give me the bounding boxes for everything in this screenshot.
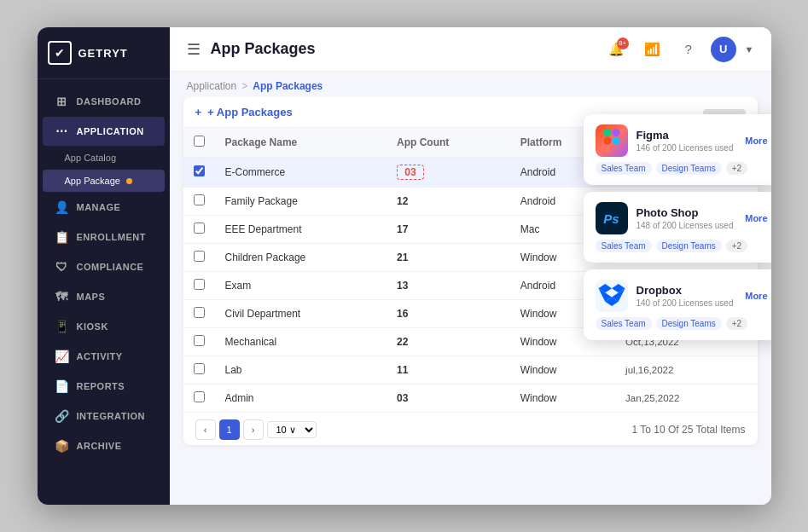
page-title: App Packages [211,40,593,58]
row-app-count: 21 [387,244,510,272]
row-package-name: Civil Department [215,300,387,328]
pagination-page-1[interactable]: 1 [219,419,240,440]
sidebar-item-reports[interactable]: 📄 REPORTS [43,372,165,401]
row-checkbox[interactable] [194,251,205,262]
add-packages-button[interactable]: + + App Packages [195,106,293,119]
sidebar-item-compliance[interactable]: 🛡 COMPLIANCE [43,252,165,281]
sidebar-item-label: ACTIVITY [77,351,123,361]
notification-badge: 8+ [617,38,629,49]
photoshop-more-link[interactable]: More [745,213,767,223]
tag-more: +2 [726,317,747,330]
row-package-name: Children Package [215,244,387,272]
sidebar-item-dashboard[interactable]: ⊞ DASHBOARD [43,87,165,116]
sidebar-item-enrollment[interactable]: 📋 ENROLLMENT [43,223,165,252]
svg-rect-2 [603,137,611,145]
row-app-count: 12 [387,188,510,216]
sidebar-item-application[interactable]: ⋯ APPLICATION [43,117,165,146]
photoshop-name: Photo Shop [637,206,737,219]
row-checkbox[interactable] [194,279,205,290]
user-avatar[interactable]: U [711,37,736,62]
row-package-name: Lab [215,356,387,385]
row-package-name: Admin [215,385,387,413]
breadcrumb-parent[interactable]: Application [187,80,237,92]
pagination-prev-button[interactable]: ‹ [195,419,216,440]
pagination-summary: 1 To 10 Of 25 Total Items [632,424,746,436]
sidebar-item-maps[interactable]: 🗺 MAPS [43,282,165,311]
tag-more: +2 [726,240,747,252]
logo-text: GETRYT [78,47,128,60]
header: ☰ App Packages 🔔 8+ 📶 ? U ▼ [170,27,771,72]
kiosk-icon: 📱 [55,320,70,333]
row-date: Jan,25,2022 [615,385,757,413]
sidebar-item-app-catalog[interactable]: App Catalog [38,147,170,169]
breadcrumb-current: App Packages [253,80,323,92]
tag-sales: Sales Team [596,162,652,175]
row-app-count: 16 [387,300,510,328]
per-page-select[interactable]: 10 ∨ 25 50 [267,421,317,438]
sidebar-item-label: COMPLIANCE [77,262,144,272]
main-content: ☰ App Packages 🔔 8+ 📶 ? U ▼ Application [170,27,771,505]
row-app-count: 11 [387,356,510,385]
photoshop-app-icon: Ps [596,202,628,234]
sidebar-item-label: REPORTS [77,381,125,391]
dropbox-license: 140 of 200 Licenses used [637,298,737,308]
signal-icon[interactable]: 📶 [639,36,666,63]
svg-point-4 [612,137,619,145]
sidebar-item-label: MAPS [77,292,106,302]
row-checkbox[interactable] [194,391,205,402]
tag-more: +2 [726,162,747,175]
sidebar-item-archive[interactable]: 📦 ARCHIVE [43,431,165,460]
archive-icon: 📦 [55,439,70,453]
row-package-name: E-Commerce [215,158,387,188]
photoshop-license: 148 of 200 Licenses used [637,221,737,230]
sidebar-item-integration[interactable]: 🔗 INTEGRATION [43,402,165,431]
chevron-down-icon[interactable]: ▼ [745,44,754,55]
row-checkbox[interactable] [194,335,205,346]
content-area: + + App Packages Package Name [170,97,771,505]
select-all-checkbox[interactable] [194,136,205,147]
photoshop-tags: Sales Team Design Teams +2 [596,240,768,252]
breadcrumb: Application > App Packages [170,72,771,97]
row-app-count: 03 [387,385,510,413]
svg-rect-0 [603,129,611,136]
sidebar-item-activity[interactable]: 📈 ACTIVITY [43,342,165,371]
row-app-count: 03 [387,158,510,188]
figma-app-icon [596,124,628,157]
tag-design: Design Teams [656,240,722,252]
sidebar-item-app-package[interactable]: App Package [43,170,165,192]
nav-dot-indicator [126,178,132,184]
dropbox-app-icon [596,280,628,312]
row-checkbox[interactable] [194,307,205,318]
sidebar-item-label: MANAGE [77,202,121,212]
dropbox-name: Dropbox [637,284,737,297]
photoshop-card-header: Ps Photo Shop 148 of 200 Licenses used M… [596,202,768,234]
tag-design: Design Teams [656,317,722,330]
wifi-icon: 📶 [644,42,660,57]
sidebar-item-label: KIOSK [77,321,108,332]
pagination-next-button[interactable]: › [243,419,264,440]
hamburger-menu-icon[interactable]: ☰ [187,40,201,59]
maps-icon: 🗺 [55,290,70,304]
row-checkbox[interactable] [194,165,205,176]
row-checkbox[interactable] [194,194,205,205]
row-date: jul,16,2022 [615,356,757,385]
reports-icon: 📄 [55,379,70,393]
row-checkbox[interactable] [194,363,205,374]
row-checkbox[interactable] [194,223,205,234]
logo-icon: ✔ [48,41,72,65]
sidebar-item-kiosk[interactable]: 📱 KIOSK [43,312,165,341]
dropbox-more-link[interactable]: More [745,291,767,301]
tag-design: Design Teams [656,162,722,175]
integration-icon: 🔗 [55,409,70,423]
sidebar-item-label: DASHBOARD [77,96,142,107]
table-row: Lab11Windowjul,16,2022 [183,356,758,385]
row-package-name: EEE Department [215,216,387,244]
tag-sales: Sales Team [596,240,652,252]
sidebar-item-manage[interactable]: 👤 MANAGE [43,193,165,222]
col-package-name: Package Name [215,128,387,158]
help-button[interactable]: ? [675,36,702,63]
figma-more-link[interactable]: More [745,136,767,146]
enrollment-icon: 📋 [55,230,70,244]
dashboard-icon: ⊞ [55,95,70,108]
notifications-button[interactable]: 🔔 8+ [603,36,631,63]
